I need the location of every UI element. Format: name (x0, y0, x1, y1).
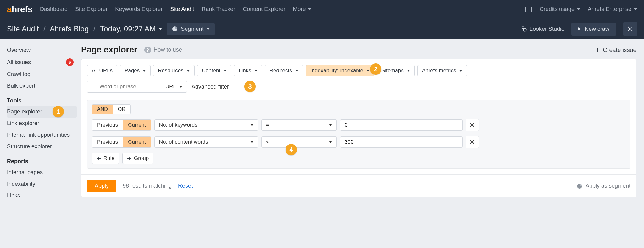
rule2-prev-curr[interactable]: Previous Current (92, 136, 151, 148)
filter-tab-pages[interactable]: Pages (120, 65, 151, 76)
chevron-down-icon (207, 28, 210, 30)
issues-count-badge: 5 (66, 58, 74, 66)
nav-site-audit[interactable]: Site Audit (170, 6, 194, 13)
nav-rank-tracker[interactable]: Rank Tracker (202, 6, 235, 13)
filter-tab-resources[interactable]: Resources (153, 65, 194, 76)
callout-4: 4 (286, 144, 297, 155)
sidebar-item-bulk-export[interactable]: Bulk export (7, 80, 77, 92)
monitor-icon[interactable] (525, 7, 532, 12)
plus-icon (595, 47, 600, 52)
chevron-down-icon (308, 8, 311, 10)
chevron-down-icon (250, 141, 253, 143)
add-group-button[interactable]: Group (122, 153, 153, 164)
sidebar-heading-tools: Tools (7, 92, 77, 106)
chevron-down-icon (459, 70, 462, 72)
add-rule-button[interactable]: Rule (92, 153, 119, 164)
rule1-op-select[interactable]: = (261, 119, 337, 131)
logic-and[interactable]: AND (92, 105, 113, 114)
chevron-down-icon (179, 86, 182, 88)
nav-keywords-explorer[interactable]: Keywords Explorer (115, 6, 163, 13)
apply-button[interactable]: Apply (87, 180, 116, 192)
rule2-previous[interactable]: Previous (92, 137, 123, 147)
gear-icon (627, 26, 633, 32)
filter-tab-redirects[interactable]: Redirects (265, 65, 303, 76)
settings-button[interactable] (623, 22, 637, 36)
sidebar-item-page-explorer[interactable]: Page explorer (7, 106, 77, 118)
callout-2: 2 (370, 63, 381, 75)
chevron-down-icon (329, 141, 332, 143)
rule2-value-input[interactable] (340, 136, 463, 148)
rule1-value-input[interactable] (340, 119, 463, 131)
chevron-down-icon (577, 8, 580, 10)
looker-icon (521, 26, 527, 32)
svg-point-1 (523, 28, 526, 31)
search-input[interactable] (87, 81, 161, 93)
svg-point-0 (522, 27, 524, 29)
svg-point-2 (629, 28, 631, 30)
page-title: Page explorer (81, 45, 137, 55)
sidebar-item-links[interactable]: Links (7, 190, 77, 201)
sidebar-heading-reports: Reports (7, 152, 77, 167)
logic-or[interactable]: OR (113, 105, 130, 114)
sidebar-item-all-issues[interactable]: All issues5 (7, 56, 77, 69)
filter-tab-content[interactable]: Content (197, 65, 232, 76)
sidebar-item-overview[interactable]: Overview (7, 44, 77, 56)
rule1-metric-select[interactable]: No. of keywords (154, 119, 258, 131)
logic-toggle[interactable]: AND OR (92, 104, 131, 114)
how-to-use-link[interactable]: ?How to use (144, 47, 182, 53)
rule-row: Previous Current No. of keywords = ✕ (92, 119, 626, 131)
nav-more[interactable]: More (293, 6, 311, 13)
filter-tab-all-urls[interactable]: All URLs (87, 65, 117, 76)
pie-icon (172, 26, 178, 32)
breadcrumb-root[interactable]: Site Audit (7, 25, 39, 33)
rule2-remove-button[interactable]: ✕ (466, 136, 479, 148)
chevron-down-icon (224, 70, 227, 72)
nav-dashboard[interactable]: Dashboard (40, 6, 68, 13)
nav-account[interactable]: Ahrefs Enterprise (588, 6, 637, 13)
logo[interactable]: ahrefs (7, 4, 32, 14)
sidebar-item-crawl-log[interactable]: Crawl log (7, 69, 77, 80)
plus-icon (127, 156, 131, 161)
results-count: 98 results matching (123, 183, 172, 189)
sidebar-item-link-explorer[interactable]: Link explorer (7, 118, 77, 129)
chevron-down-icon (329, 124, 332, 126)
segment-button[interactable]: Segment (167, 23, 215, 35)
search-scope-select[interactable]: URL (161, 81, 187, 93)
rule2-metric-select[interactable]: No. of content words (154, 136, 258, 148)
sidebar-item-indexability[interactable]: Indexability (7, 178, 77, 190)
breadcrumb-project[interactable]: Ahrefs Blog (50, 25, 89, 33)
filter-tab-sitemaps[interactable]: Sitemaps (377, 65, 415, 76)
rule1-previous[interactable]: Previous (92, 120, 123, 130)
filter-tab-indexability[interactable]: Indexability: Indexable 2 (306, 65, 374, 76)
breadcrumb-timestamp[interactable]: Today, 09:27 AM (100, 25, 162, 33)
filter-tab-ahrefs-metrics[interactable]: Ahrefs metrics (417, 65, 467, 76)
chevron-down-icon (187, 70, 190, 72)
rule2-op-select[interactable]: < (261, 136, 337, 148)
apply-as-segment-button[interactable]: Apply as segment (577, 183, 630, 189)
chevron-down-icon (366, 70, 369, 72)
nav-content-explorer[interactable]: Content Explorer (243, 6, 285, 13)
reset-link[interactable]: Reset (178, 183, 193, 189)
breadcrumb: Site Audit / Ahrefs Blog / Today, 09:27 … (7, 25, 162, 33)
chevron-down-icon (634, 8, 637, 10)
sidebar-item-structure-explorer[interactable]: Structure explorer (7, 141, 77, 152)
create-issue-button[interactable]: Create issue (595, 47, 636, 53)
looker-studio-link[interactable]: Looker Studio (521, 26, 564, 32)
rule-row: Previous Current No. of content words < … (92, 136, 626, 148)
sidebar-item-internal-link-opp[interactable]: Internal link opportunities (7, 129, 77, 141)
chevron-down-icon (407, 70, 410, 72)
play-icon (577, 27, 581, 31)
filter-tab-links[interactable]: Links (234, 65, 262, 76)
rule1-prev-curr[interactable]: Previous Current (92, 119, 151, 131)
help-icon: ? (144, 47, 151, 53)
sidebar-item-internal-pages[interactable]: Internal pages (7, 167, 77, 178)
nav-credits[interactable]: Credits usage (540, 6, 580, 13)
chevron-down-icon (143, 70, 146, 72)
nav-site-explorer[interactable]: Site Explorer (75, 6, 108, 13)
rule2-current[interactable]: Current (123, 137, 151, 147)
new-crawl-button[interactable]: New crawl (571, 23, 616, 36)
rule1-current[interactable]: Current (123, 120, 151, 130)
chevron-down-icon (254, 70, 258, 72)
callout-3: 3 (244, 81, 256, 92)
rule1-remove-button[interactable]: ✕ (466, 119, 479, 131)
